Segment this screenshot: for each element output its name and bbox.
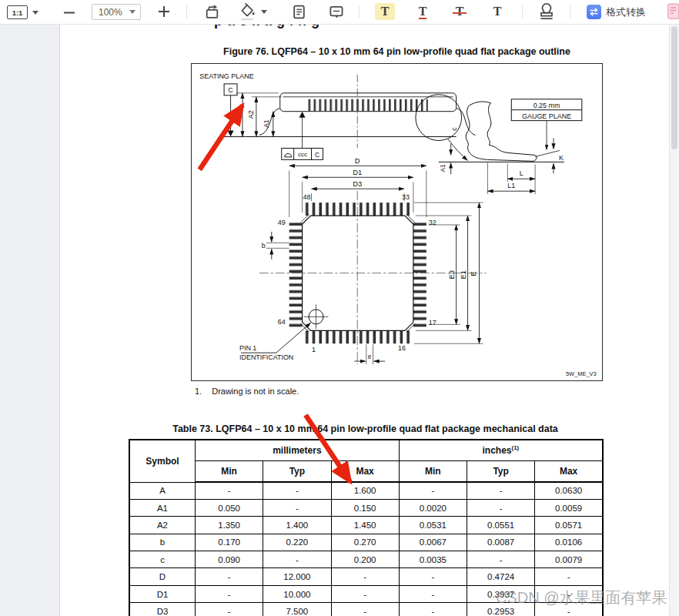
value-cell: 0.050 [196,499,263,516]
rotate-icon [203,3,221,21]
strikethrough-text-button[interactable]: T [450,3,470,20]
value-cell: 0.0106 [535,534,603,551]
value-cell: 0.0067 [399,534,467,551]
strikethrough-text-label: T [456,5,464,18]
dim-d3-label: D3 [353,179,362,188]
column-header-symbol: Symbol [129,440,196,482]
value-cell: 1.350 [196,517,263,534]
viewer-background [0,25,60,616]
value-cell: 0.4724 [467,568,535,585]
dim-k-label: K [559,154,564,162]
table-title: Table 73. LQFP64 – 10 x 10 mm 64 pin low… [129,424,602,434]
tolerance-ccc-label: ccc [298,151,307,158]
value-cell: 0.150 [331,499,399,516]
pin-1-label: 1 [312,346,316,353]
paint-bucket-icon [239,2,257,21]
value-cell: 0.220 [263,534,331,551]
figure-title: Figure 76. LQFP64 – 10 x 10 mm 64 pin lo… [191,46,603,57]
value-cell: - [263,551,331,568]
value-cell: 0.0551 [467,517,535,534]
fit-zoom-button[interactable]: 1:1 [7,5,38,19]
plus-icon [156,4,172,19]
symbol-cell: b [129,534,196,551]
underline-text-label: T [419,5,427,19]
footnote-text: Drawing is not in scale. [212,387,299,396]
format-convert-button[interactable]: 格式转换 [587,5,646,19]
figure-footnote: 1.Drawing is not in scale. [195,387,299,396]
seating-plane-label: SEATING PLANE [199,72,253,80]
dim-a2-label: A2 [247,110,255,119]
value-cell: 0.0059 [535,499,603,516]
toolbar-separator [186,5,187,18]
vertical-scrollbar[interactable] [669,25,679,616]
value-cell: 0.0079 [535,551,603,568]
dim-e-label: E [469,272,477,276]
dim-d1-label: D1 [353,168,362,176]
comment-annotation-button[interactable] [328,4,345,20]
value-cell: 0.0630 [535,482,603,499]
value-cell: - [196,568,263,585]
table-row: b 0.170 0.220 0.270 0.0067 0.0087 0.0106 [129,534,603,551]
zoom-level-select[interactable]: 100% [92,4,141,20]
highlight-text-label: T [381,5,390,18]
table-row: c 0.090 - 0.200 0.0035 - 0.0079 [129,551,603,568]
symbol-cell: c [129,551,196,568]
dim-b-label: b [262,242,266,249]
stamp-button[interactable] [537,2,556,21]
value-cell: - [399,482,467,499]
package-outline-drawing: SEATING PLANE C c [192,64,602,380]
scrollbar-thumb[interactable] [671,26,677,149]
table-row: A2 1.350 1.400 1.450 0.0531 0.0551 0.057… [129,517,603,534]
toolbar-separator [570,5,570,18]
group-header-millimeters: millimeters [196,440,400,460]
zoom-out-button[interactable] [62,5,76,19]
clipped-section-heading: packaging [214,25,324,29]
value-cell: - [467,482,535,499]
stamp-icon [537,2,556,21]
column-header-typ-in: Typ [467,460,535,482]
drawing-code-label: 5W_ME_V3 [566,370,597,377]
csdn-watermark: CSDN @水果里面有苹果 [496,588,667,608]
pin-64-label: 64 [278,318,286,326]
group-header-inches: inches(1) [399,440,603,460]
note-icon [291,4,307,20]
pin1-id-label-line1: PIN 1 [239,344,256,352]
value-cell: 1.400 [263,517,331,534]
pdf-tool-button[interactable] [667,3,679,20]
value-cell: - [196,482,263,499]
value-cell: - [196,585,263,602]
symbol-cell: D3 [129,603,196,616]
figure-box: SEATING PLANE C c [191,63,603,381]
pin-33-label: 33 [402,193,410,201]
toolbar-separator [359,5,360,18]
pdf-reader-window: 1:1 100% [0,0,679,616]
highlight-text-button[interactable]: T [375,3,395,20]
dim-e3-label: E3 [447,270,456,280]
pin1-id-label-line2: IDENTIFICATION [239,353,293,361]
column-header-max-mm: Max [331,460,399,482]
value-cell: 0.0087 [467,534,535,551]
tolerance-datum-label: C [315,151,319,159]
pin-48-label: 48 [303,193,311,201]
comment-icon [328,4,345,20]
symbol-cell: D1 [129,585,196,602]
symbol-cell: A [129,482,196,499]
dim-d-label: D [355,156,360,165]
underline-text-button[interactable]: T [413,3,433,20]
table-row: A - - 1.600 - - 0.0630 [129,482,603,499]
note-annotation-button[interactable] [291,4,307,20]
rotate-page-button[interactable] [203,3,221,21]
value-cell: 0.0035 [399,551,467,568]
value-cell: 0.200 [331,551,399,568]
format-convert-label: 格式转换 [606,5,646,19]
fill-color-button[interactable] [239,2,267,21]
zoom-in-button[interactable] [156,4,172,19]
dim-e1-label: E1 [459,270,467,280]
pdf-page: packaging Figure 76. LQFP64 – 10 x 10 mm… [60,25,669,616]
value-cell: - [467,551,535,568]
pdf-toolbar: 1:1 100% [0,0,679,25]
column-header-max-in: Max [535,460,603,482]
text-tool-button[interactable]: T [487,3,507,20]
document-viewer: packaging Figure 76. LQFP64 – 10 x 10 mm… [0,25,679,616]
fit-ratio-label: 1:1 [7,5,28,19]
